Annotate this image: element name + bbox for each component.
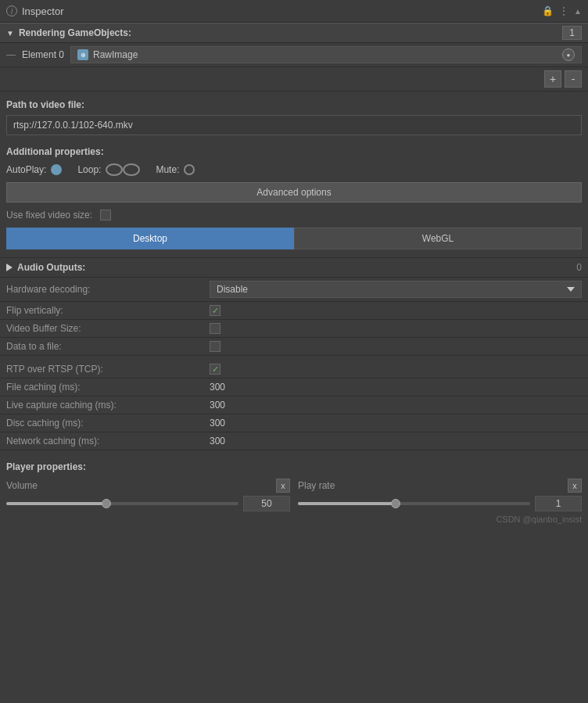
live-capture-label: Live capture caching (ms): [6, 400, 210, 411]
advanced-options-button[interactable]: Advanced options [6, 182, 582, 203]
add-button[interactable]: + [544, 70, 561, 88]
flip-vertically-label: Flip vertically: [6, 305, 210, 316]
playrate-header: Play rate x [298, 479, 582, 493]
dropdown-arrow-icon [567, 287, 575, 292]
volume-title: Volume [6, 480, 38, 491]
menu-icon[interactable]: ⋮ [558, 5, 569, 17]
use-fixed-label: Use fixed video size: [6, 210, 92, 221]
playrate-slider-row: 1 [298, 496, 582, 511]
mute-prop: Mute: [156, 164, 195, 175]
playrate-x-button[interactable]: x [568, 479, 582, 493]
playrate-group: Play rate x 1 [298, 479, 582, 511]
rtp-rtsp-label: RTP over RTSP (TCP): [6, 364, 210, 375]
tab-desktop[interactable]: Desktop [6, 228, 294, 249]
playrate-value[interactable]: 1 [535, 496, 582, 511]
network-caching-label: Network caching (ms): [6, 436, 210, 447]
volume-header: Volume x [6, 479, 290, 493]
mute-radio[interactable] [184, 164, 195, 175]
rendering-section-header: ▼ Rendering GameObjects: 1 [0, 23, 588, 43]
audio-label: Audio Outputs: [17, 262, 576, 273]
audio-count: 0 [576, 262, 582, 273]
raw-image-icon: ⊕ [77, 49, 88, 60]
element-select-button[interactable]: ● [562, 48, 575, 61]
audio-section: Audio Outputs: 0 [0, 257, 588, 278]
hardware-decoding-option: Disable [217, 284, 248, 295]
volume-slider-thumb[interactable] [102, 499, 111, 508]
circle-icon: ● [567, 52, 571, 59]
element-value: RawImage [93, 49, 138, 60]
data-to-file-row: Data to a file: [0, 338, 588, 356]
playrate-title: Play rate [298, 480, 335, 491]
additional-section: Additional properties: AutoPlay: Loop: M… [0, 140, 588, 257]
disc-caching-value: 300 [210, 418, 582, 429]
use-fixed-checkbox[interactable] [100, 210, 111, 221]
playrate-slider-track-wrap [298, 496, 530, 511]
rendering-section-left: ▼ Rendering GameObjects: [6, 27, 131, 38]
lock-icon[interactable]: 🔒 [542, 5, 554, 16]
hardware-decoding-dropdown[interactable]: Disable [210, 281, 582, 298]
element-dash: — [6, 49, 16, 60]
tab-webgl[interactable]: WebGL [294, 228, 582, 249]
props-row-autoplay: AutoPlay: Loop: Mute: [6, 163, 582, 176]
watermark-text: CSDN @qianbo_insist [496, 515, 582, 524]
volume-slider-track[interactable] [6, 502, 238, 505]
autoplay-radio[interactable] [51, 164, 62, 175]
info-icon: i [6, 5, 17, 16]
add-remove-row: + - [0, 67, 588, 91]
use-fixed-video-row: Use fixed video size: [6, 207, 582, 223]
playrate-slider-track[interactable] [298, 502, 530, 505]
loop-toggle-left[interactable] [106, 163, 123, 176]
element-value-container: ⊕ RawImage ● [70, 46, 582, 63]
mute-label: Mute: [156, 164, 179, 175]
data-to-file-label: Data to a file: [6, 341, 210, 352]
slider-row: Volume x 50 Play rate x [6, 479, 582, 511]
rendering-count-box: 1 [562, 27, 582, 38]
hardware-decoding-label: Hardware decoding: [6, 284, 210, 295]
hardware-decoding-row: Hardware decoding: Disable [0, 278, 588, 302]
element-row: — Element 0 ⊕ RawImage ● [0, 43, 588, 67]
file-caching-value: 300 [210, 382, 582, 393]
remove-button[interactable]: - [565, 70, 582, 88]
player-label: Player properties: [6, 461, 582, 472]
audio-collapse-arrow[interactable] [6, 264, 13, 271]
autoplay-prop: AutoPlay: [6, 164, 62, 175]
section-collapse-arrow[interactable]: ▼ [6, 29, 14, 38]
watermark: CSDN @qianbo_insist [0, 511, 588, 527]
live-capture-row: Live capture caching (ms): 300 [0, 396, 588, 414]
rtp-rtsp-checkbox[interactable]: ✓ [210, 364, 220, 375]
disc-caching-row: Disc caching (ms): 300 [0, 414, 588, 432]
data-to-file-checkbox[interactable] [210, 341, 220, 352]
additional-label: Additional properties: [6, 146, 582, 157]
playrate-slider-fill [298, 502, 396, 505]
file-caching-label: File caching (ms): [6, 382, 210, 393]
volume-group: Volume x 50 [6, 479, 290, 511]
loop-label: Loop: [77, 164, 101, 175]
video-buffer-row: Video Buffer Size: [0, 320, 588, 338]
loop-prop: Loop: [77, 163, 140, 176]
autoplay-label: AutoPlay: [6, 164, 46, 175]
flip-vertically-checkbox[interactable]: ✓ [210, 305, 220, 316]
path-label: Path to video file: [6, 99, 582, 110]
volume-x-button[interactable]: x [276, 479, 290, 493]
path-input[interactable] [6, 115, 582, 135]
video-buffer-label: Video Buffer Size: [6, 323, 210, 334]
volume-slider-track-wrap [6, 496, 238, 511]
title-bar: i Inspector 🔒 ⋮ ▲ [0, 0, 588, 23]
platform-tabs: Desktop WebGL [6, 228, 582, 249]
loop-toggle-right[interactable] [123, 163, 140, 176]
live-capture-value: 300 [210, 400, 582, 411]
video-buffer-checkbox[interactable] [210, 323, 220, 334]
volume-slider-fill [6, 502, 106, 505]
loop-toggle[interactable] [106, 163, 140, 176]
network-caching-row: Network caching (ms): 300 [0, 432, 588, 450]
scroll-up-icon[interactable]: ▲ [574, 7, 582, 16]
network-caching-value: 300 [210, 436, 582, 447]
file-caching-row: File caching (ms): 300 [0, 378, 588, 396]
playrate-slider-thumb[interactable] [391, 499, 400, 508]
title-bar-left: i Inspector [6, 5, 63, 17]
volume-slider-row: 50 [6, 496, 290, 511]
hardware-decoding-value: Disable [210, 281, 582, 298]
flip-vertically-row: Flip vertically: ✓ [0, 302, 588, 320]
window-title: Inspector [22, 5, 63, 17]
volume-value[interactable]: 50 [243, 496, 290, 511]
